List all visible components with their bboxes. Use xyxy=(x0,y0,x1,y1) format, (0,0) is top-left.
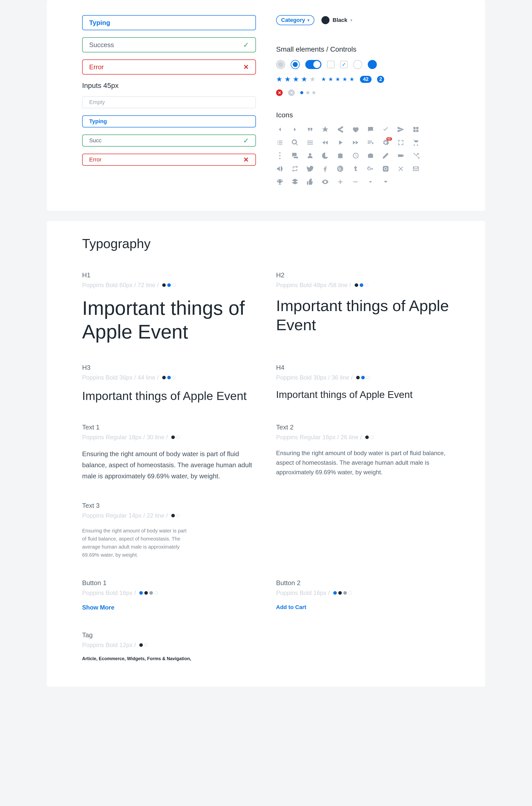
quote-icon[interactable] xyxy=(306,126,314,133)
send-icon[interactable] xyxy=(397,126,404,133)
swatch-outline-icon xyxy=(172,376,176,379)
input-sm-typing[interactable]: Typing xyxy=(82,115,256,128)
radio-filled[interactable] xyxy=(368,60,377,69)
chevron-right-icon[interactable] xyxy=(291,126,299,133)
envelope-icon[interactable] xyxy=(412,165,420,173)
tumblr-icon[interactable] xyxy=(352,165,359,173)
btn2-sample[interactable]: Add to Cart xyxy=(276,604,450,611)
share-icon[interactable] xyxy=(337,126,344,133)
close-icon[interactable] xyxy=(397,165,404,173)
trophy-icon[interactable] xyxy=(276,178,284,186)
star-icon[interactable] xyxy=(321,126,329,133)
chip-row: Category ▾ Black ▾ xyxy=(276,15,450,25)
close-gray-icon[interactable]: ✕ xyxy=(288,90,295,96)
check-icon[interactable] xyxy=(382,126,390,133)
playlist-icon[interactable] xyxy=(367,139,374,146)
camera-icon[interactable] xyxy=(367,152,374,159)
icon-grid: HD xyxy=(276,126,432,186)
forward-icon[interactable] xyxy=(352,139,359,146)
input-text: Error xyxy=(89,156,101,163)
category-chip[interactable]: Category ▾ xyxy=(276,15,315,25)
radio-empty[interactable] xyxy=(353,60,362,69)
chevron-left-icon[interactable] xyxy=(276,126,284,133)
grid-icon[interactable] xyxy=(412,126,420,133)
comments-icon[interactable] xyxy=(291,152,299,159)
star-icon: ★ xyxy=(342,76,347,83)
star-rating-small[interactable]: ★ ★ ★ ★ ★ xyxy=(321,76,355,83)
twitter-icon[interactable] xyxy=(306,165,314,173)
swatch-black-icon xyxy=(162,376,166,379)
user-icon[interactable] xyxy=(306,152,314,159)
text1-sample: Ensuring the right amount of body water … xyxy=(82,448,256,482)
checkbox-checked[interactable]: ✓ xyxy=(340,61,348,68)
btn1-sample[interactable]: Show More xyxy=(82,604,256,611)
layers-icon[interactable] xyxy=(291,178,299,186)
instagram-icon[interactable] xyxy=(382,165,390,173)
search-icon[interactable] xyxy=(291,139,299,146)
briefcase-icon[interactable] xyxy=(337,152,344,159)
more-vert-icon[interactable] xyxy=(276,152,284,159)
tag-label: Tag xyxy=(82,631,256,639)
close-red-icon[interactable]: ✕ xyxy=(276,90,283,96)
sticker-icon[interactable] xyxy=(321,152,329,159)
googleplus-icon[interactable] xyxy=(367,165,374,173)
input-success[interactable]: Success ✓ xyxy=(82,37,256,52)
star-icon: ★ xyxy=(293,75,299,83)
checkbox-empty[interactable] xyxy=(327,61,335,68)
battery-icon[interactable] xyxy=(397,152,404,159)
swatch-black-icon xyxy=(171,436,175,439)
chat-icon[interactable] xyxy=(367,126,374,133)
text3-meta: Poppins Regular 14px / 22 line / xyxy=(82,512,256,519)
input-error[interactable]: Error ✕ xyxy=(82,59,256,75)
rewind-icon[interactable] xyxy=(321,139,329,146)
swatch-blue-icon xyxy=(139,591,143,595)
input-sm-error[interactable]: Error ✕ xyxy=(82,154,256,166)
swatch-outline-icon xyxy=(176,436,180,439)
star-rating-large[interactable]: ★ ★ ★ ★ ★ xyxy=(276,75,316,83)
close-icon[interactable]: ✕ xyxy=(243,63,249,71)
text2-label: Text 2 xyxy=(276,423,450,431)
expand-icon[interactable] xyxy=(397,139,404,146)
minus-icon[interactable] xyxy=(352,178,359,186)
volume-icon[interactable] xyxy=(276,165,284,173)
eye-icon[interactable] xyxy=(321,178,329,186)
play-icon[interactable] xyxy=(337,139,344,146)
list-icon[interactable] xyxy=(276,139,284,146)
h1-label: H1 xyxy=(82,271,256,279)
swatch-outline-icon xyxy=(348,591,352,595)
input-text: Succ xyxy=(89,137,101,144)
pinterest-icon[interactable] xyxy=(337,165,344,173)
swatch-black-icon xyxy=(338,591,342,595)
swatch-outline-icon xyxy=(365,283,368,287)
menu-icon[interactable] xyxy=(306,139,314,146)
input-sm-success[interactable]: Succ ✓ xyxy=(82,134,256,147)
color-tag[interactable]: Black ▾ xyxy=(321,16,352,24)
heart-icon[interactable] xyxy=(352,126,359,133)
btn1-meta: Poppins Bold 16px / xyxy=(82,589,256,596)
close-icon[interactable]: ✕ xyxy=(243,156,249,164)
edit-icon[interactable] xyxy=(382,152,390,159)
components-card: Typing Success ✓ Error ✕ Inputs 45px Emp… xyxy=(47,0,485,211)
repeat-icon[interactable] xyxy=(291,165,299,173)
chevron-down-icon: ▾ xyxy=(307,18,309,22)
pager-dots[interactable] xyxy=(300,91,316,94)
star-icon: ★ xyxy=(335,76,340,83)
shuffle-icon[interactable] xyxy=(412,152,420,159)
cart-icon[interactable] xyxy=(412,139,420,146)
input-typing[interactable]: Typing xyxy=(82,15,256,30)
plus-icon[interactable] xyxy=(337,178,344,186)
facebook-icon[interactable] xyxy=(321,165,329,173)
radio-active[interactable] xyxy=(291,60,300,69)
input-empty[interactable]: Empty xyxy=(82,96,256,108)
toggle-on[interactable] xyxy=(305,60,321,69)
hd-badge: HD xyxy=(386,137,392,140)
history-icon[interactable] xyxy=(352,152,359,159)
swatch-black-icon xyxy=(355,283,358,287)
h2-label: H2 xyxy=(276,271,450,279)
text1-label: Text 1 xyxy=(82,423,256,431)
input-text: Typing xyxy=(89,19,110,27)
gear-icon[interactable]: HD xyxy=(382,139,390,146)
chevron-down-icon[interactable] xyxy=(367,178,374,186)
thumbs-up-icon[interactable] xyxy=(306,178,314,186)
caret-down-icon[interactable] xyxy=(382,178,390,186)
